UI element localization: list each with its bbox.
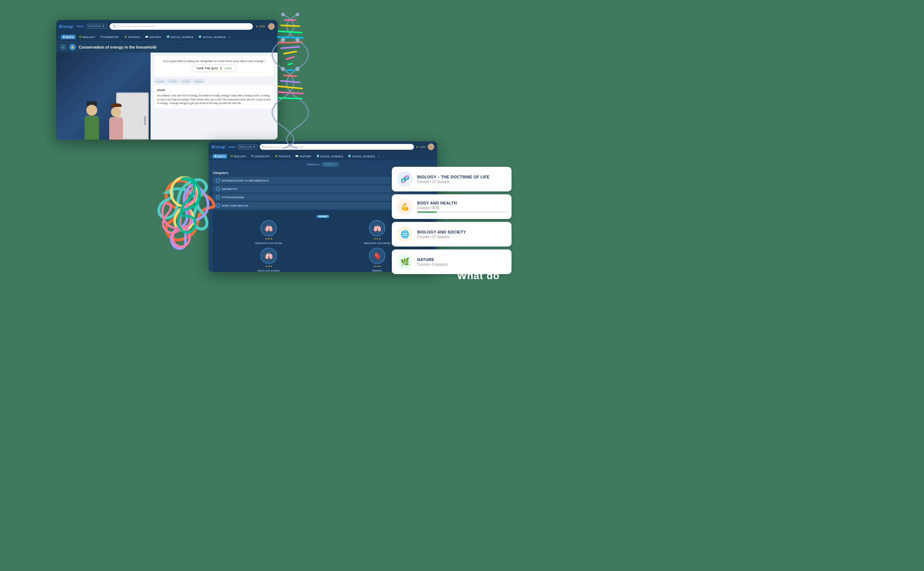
card-body-sub: Course • 8/38 — [417, 206, 506, 210]
bottom-subject-tabs: ‹ ⊞ MATH 🌿 BIOLOGY ⚗ CHEMISTRY ⚡ PHYSICS… — [209, 152, 437, 160]
course-icon-genes[interactable]: 🫁 ★★★ Genes and proteins — [216, 248, 322, 272]
svg-line-13 — [277, 92, 303, 94]
card-nature-icon: 🌿 — [397, 254, 413, 270]
phys-icon: ⚡ — [124, 35, 127, 39]
nav-next-arrow[interactable]: › — [229, 35, 230, 39]
bottom-coin-icon: ● — [416, 145, 418, 149]
bottom-tab-biology[interactable]: 🌿 BIOLOGY — [228, 154, 249, 159]
card-body-progress-fill — [417, 211, 437, 213]
take-quiz-button[interactable]: TAKE THE QUIZ 🏅 +100 — [192, 65, 236, 72]
character-2 — [106, 103, 126, 140]
concept-tag-2[interactable]: Concept — [167, 79, 178, 83]
svg-line-2 — [279, 31, 302, 32]
soc-icon: 🌍 — [167, 35, 170, 39]
svg-point-15 — [281, 13, 285, 16]
svg-line-1 — [281, 25, 299, 26]
svg-line-5 — [281, 47, 299, 48]
concept-tag-3[interactable]: Concept — [180, 79, 192, 83]
tab-physics[interactable]: ⚡ PHYSICS — [122, 35, 142, 39]
svg-line-4 — [279, 42, 302, 43]
card-society-sub: Course • 27 lessons — [417, 235, 506, 239]
course-cards-panel: 🧬 BIOLOGY – THE DOCTRINE OF LIFE Course … — [392, 167, 512, 274]
bottom-binogi-logo: Binogi — [212, 145, 226, 149]
concept-tag-1[interactable]: Concept — [154, 79, 166, 83]
concept-tag-4[interactable]: Concept — [193, 79, 204, 83]
bottom-tab-social-2[interactable]: 🌍 SOCIAL SCIENCE — [346, 154, 377, 159]
char2-body — [109, 117, 123, 140]
tab-chemistry[interactable]: ⚗ What do CHEMISTRY — [98, 35, 121, 39]
binogi-dots: ●●●● — [77, 25, 84, 28]
card-body-icon: 💪 — [397, 199, 413, 215]
tab-social-science[interactable]: 🌍 SOCIAL SCIENCE — [165, 35, 195, 39]
svg-point-18 — [295, 38, 300, 42]
svg-line-10 — [284, 76, 296, 76]
lesson-video[interactable] — [56, 52, 150, 140]
bottom-tab-physics[interactable]: ⚡ PHYSICS — [273, 154, 293, 159]
top-navbar: Binogi ●●●● ENGLISH ▼ 🔍 What do you want… — [56, 20, 277, 32]
char2-hair — [111, 103, 122, 107]
course-icon-malnutrition-1[interactable]: 🫁 ★★★ Malnutrition and obesity — [216, 220, 322, 245]
card-society-info: BIOLOGY AND SOCIETY Course • 27 lessons — [417, 230, 506, 239]
soc2-icon: 🌍 — [198, 35, 202, 39]
math-icon: ⊞ — [63, 35, 65, 39]
filter-badge[interactable]: FORM 1 × — [322, 162, 339, 167]
tab-biology[interactable]: 🌿 BIOLOGY — [77, 35, 97, 39]
lesson-title: Conservation of energy in the household — [79, 45, 156, 49]
tab-history[interactable]: 📖 HISTORY — [143, 35, 163, 39]
bottom-tab-math[interactable]: ⊞ MATH — [213, 154, 227, 159]
char1-head — [86, 105, 97, 116]
hist-icon: 📖 — [145, 35, 149, 39]
quiz-coin-icon: 🏅 — [220, 67, 223, 70]
bottom-avatar[interactable] — [428, 144, 434, 150]
chem-icon: ⚗ — [100, 35, 102, 39]
bottom-nav-prev[interactable]: ‹ — [210, 154, 212, 159]
bottom-tab-history[interactable]: 📖 HISTORY — [294, 154, 313, 159]
card-nature-sub: Course • 9 lessons — [417, 262, 506, 267]
char2-head — [111, 107, 121, 117]
character-1 — [81, 100, 103, 140]
lightning-icon: ⚡ — [69, 44, 76, 50]
filter-close-icon[interactable]: × — [335, 163, 336, 166]
svg-line-7 — [286, 57, 294, 59]
tab-social-science-2[interactable]: 🌍 SOCIAL SCIENCE — [197, 35, 228, 39]
binogi-logo: Binogi — [59, 24, 74, 29]
malnutrition-2-stars: ★★★ — [374, 238, 381, 240]
nav-prev-arrow[interactable]: ‹ — [59, 35, 59, 39]
appbio-badge: APPBIO — [317, 215, 329, 218]
course-card-biology-society[interactable]: 🌐 BIOLOGY AND SOCIETY Course • 27 lesson… — [392, 222, 512, 247]
what-do-text: What do — [457, 270, 500, 282]
card-biology-icon: 🧬 — [397, 171, 413, 187]
tab-math[interactable]: ⊞ MATH — [61, 35, 75, 39]
bottom-tab-social[interactable]: 🌍 SOCIAL SCIENCE — [314, 154, 345, 159]
card-nature-info: NATURE Course • 9 lessons — [417, 258, 506, 267]
language-badge[interactable]: ENGLISH ▼ — [87, 24, 107, 29]
lesson-header: ‹ ⚡ Conservation of energy in the househ… — [56, 42, 277, 52]
card-society-title: BIOLOGY AND SOCIETY — [417, 230, 506, 234]
malnutrition-1-label: Malnutrition and obesity — [255, 241, 282, 245]
search-bar[interactable]: 🔍 What do you want to learn today? — [110, 23, 253, 30]
bottom-nav-next[interactable]: › — [378, 154, 379, 159]
genes-stars: ★★★ — [265, 265, 272, 268]
character-scene — [56, 57, 150, 140]
svg-point-16 — [296, 13, 299, 16]
card-biology-info: BIOLOGY – THE DOCTRINE OF LIFE Course • … — [417, 175, 506, 184]
svg-point-17 — [281, 38, 285, 42]
genes-label: Genes and proteins — [258, 269, 280, 272]
svg-line-12 — [278, 86, 302, 88]
char1-body — [85, 116, 99, 140]
svg-line-6 — [284, 51, 296, 54]
bottom-tab-chemistry[interactable]: ⚗ CHEMISTRY — [249, 154, 272, 159]
svg-point-19 — [281, 67, 285, 71]
course-card-biology-doctrine[interactable]: 🧬 BIOLOGY – THE DOCTRINE OF LIFE Course … — [392, 167, 512, 191]
dna-helix-decoration — [254, 11, 327, 149]
filter-label: Filtered on: — [307, 163, 320, 166]
card-body-info: BODY AND HEALTH Course • 8/38 — [417, 201, 506, 213]
genes-icon: 🫁 — [260, 248, 277, 264]
course-card-body-health[interactable]: 💪 BODY AND HEALTH Course • 8/38 — [392, 194, 512, 219]
bottom-binogi-dots: ●●●● — [228, 145, 235, 149]
video-placeholder — [56, 52, 150, 140]
back-button[interactable]: ‹ — [60, 44, 67, 50]
diabetes-icon: 🫀 — [369, 248, 385, 264]
diabetes-stars: ★★★ — [374, 265, 381, 268]
card-nature-title: NATURE — [417, 258, 506, 262]
